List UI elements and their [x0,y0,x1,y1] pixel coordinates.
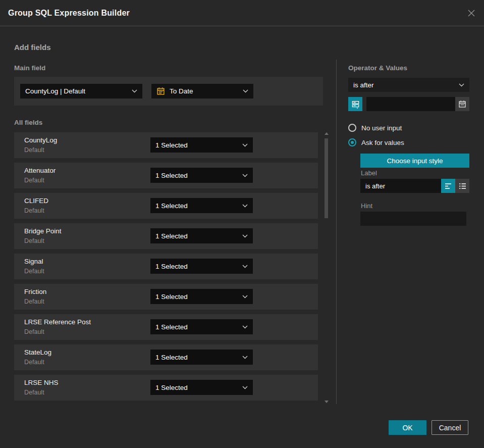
calendar-icon [156,87,165,95]
field-selected-dropdown[interactable]: 1 Selected [150,289,253,304]
close-button[interactable] [466,8,477,19]
label-input-row [360,179,469,193]
field-selected-dropdown[interactable]: 1 Selected [150,259,253,274]
field-name: Friction [24,288,46,295]
chevron-down-icon [132,89,137,93]
operator-values-heading: Operator & Values [348,64,407,72]
field-row: Friction Default 1 Selected [14,284,318,310]
radio-ask-for-values[interactable]: Ask for values [348,138,404,146]
scrollbar-up-arrow-icon[interactable] [325,132,329,135]
value-input[interactable] [366,97,455,111]
label-section-label: Label [361,169,377,177]
field-name: CountyLog [24,136,57,144]
radio-circle-icon [348,124,356,132]
field-subtitle: Default [24,207,44,214]
chevron-down-icon [242,295,248,298]
field-subtitle: Default [24,389,44,396]
chevron-down-icon [242,143,248,147]
field-row: Signal Default 1 Selected [14,254,318,279]
chevron-down-icon [242,234,248,238]
radio-label: Ask for values [361,139,404,146]
chevron-down-icon [242,386,248,389]
radio-label: No user input [361,124,402,132]
field-subtitle: Default [24,237,44,244]
field-row: Bridge Point Default 1 Selected [14,223,318,249]
scrollbar-down-arrow-icon[interactable] [325,401,329,403]
stacked-inputs-icon [351,100,360,109]
field-name: CLIFED [24,197,48,205]
main-field-type-select[interactable]: To Date [151,84,253,98]
field-selected-dropdown[interactable]: 1 Selected [150,380,253,395]
field-subtitle: Default [24,298,44,305]
close-icon [467,9,476,18]
title-bar: Group SQL Expression Builder [0,0,484,26]
chevron-down-icon [242,174,248,177]
field-selected-value: 1 Selected [155,202,188,210]
list-scrollbar[interactable] [324,131,329,404]
operator-select[interactable]: is after [348,78,469,92]
field-row: LRSE Reference Post Default 1 Selected [14,314,318,340]
field-selected-value: 1 Selected [155,172,188,179]
field-row: CountyLog Default 1 Selected [14,132,318,158]
calendar-icon [458,100,466,108]
group-sql-expression-builder-dialog: Group SQL Expression Builder Add fields … [0,0,484,448]
hint-section-label: Hint [361,202,372,210]
hint-input[interactable] [360,212,466,226]
field-row: LRSE NHS Default 1 Selected [14,375,318,401]
field-selected-value: 1 Selected [155,232,188,240]
ok-button[interactable]: OK [389,420,426,435]
field-row: CLIFED Default 1 Selected [14,193,318,219]
field-selected-dropdown[interactable]: 1 Selected [150,198,253,213]
field-selected-dropdown[interactable]: 1 Selected [150,350,253,365]
field-name: Attenuator [24,167,56,174]
field-selected-value: 1 Selected [155,141,188,149]
field-selected-dropdown[interactable]: 1 Selected [150,137,253,153]
field-name: Signal [24,258,43,265]
panel-divider [336,60,337,404]
main-field-select[interactable]: CountyLog | Default [20,84,142,98]
scrollbar-thumb[interactable] [325,138,328,218]
chevron-down-icon [243,89,248,93]
bullet-list-icon [459,183,466,189]
dialog-title: Group SQL Expression Builder [8,9,130,18]
chevron-down-icon [242,325,248,329]
field-selected-dropdown[interactable]: 1 Selected [150,228,253,243]
chevron-down-icon [242,204,248,208]
field-subtitle: Default [24,268,44,275]
radio-circle-icon [348,138,356,146]
operator-select-value: is after [353,81,374,89]
field-selected-value: 1 Selected [155,323,188,331]
label-input[interactable] [360,179,441,193]
all-fields-label: All fields [14,119,42,126]
chevron-down-icon [242,265,248,268]
main-field-label: Main field [14,64,45,72]
field-name: LRSE NHS [24,379,59,386]
all-fields-list: CountyLog Default 1 Selected Attenuator … [14,132,318,405]
main-field-type-value: To Date [170,87,193,95]
field-selected-dropdown[interactable]: 1 Selected [150,319,253,334]
field-name: LRSE Reference Post [24,318,91,326]
date-picker-button[interactable] [455,97,469,111]
input-style-button[interactable] [348,97,362,111]
field-subtitle: Default [24,146,44,154]
main-field-container: CountyLog | Default To Date [14,77,323,106]
add-fields-heading: Add fields [14,43,51,52]
field-row: Attenuator Default 1 Selected [14,163,318,188]
chevron-down-icon [459,83,464,87]
field-selected-value: 1 Selected [155,384,188,391]
align-left-icon [445,183,452,189]
field-name: StateLog [24,349,51,356]
value-input-row [348,97,469,111]
field-subtitle: Default [24,359,44,366]
list-toggle-button[interactable] [455,179,469,193]
field-selected-value: 1 Selected [155,354,188,361]
align-left-toggle-button[interactable] [441,179,455,193]
field-row: StateLog Default 1 Selected [14,344,318,370]
cancel-button[interactable]: Cancel [432,420,468,435]
choose-input-style-button[interactable]: Choose input style [360,154,469,168]
field-subtitle: Default [24,177,44,184]
radio-no-user-input[interactable]: No user input [348,124,402,132]
field-selected-value: 1 Selected [155,263,188,270]
field-selected-dropdown[interactable]: 1 Selected [150,168,253,183]
field-name: Bridge Point [24,227,62,235]
